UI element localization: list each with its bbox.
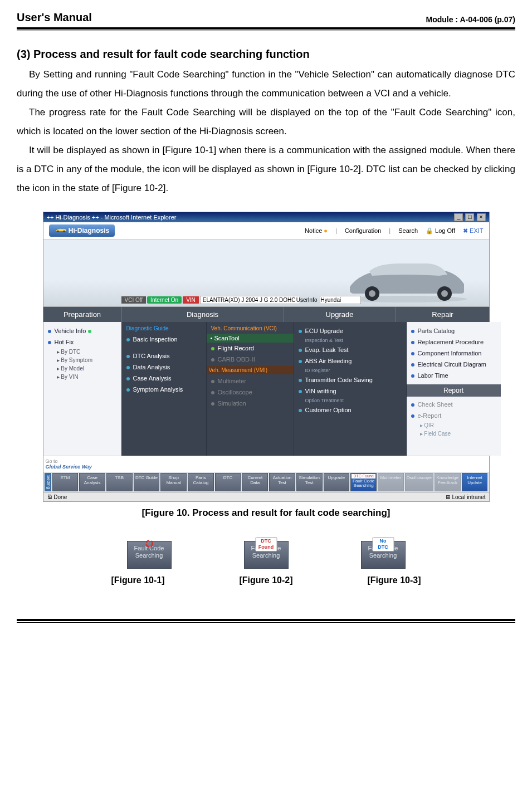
svg-point-0 bbox=[57, 231, 58, 232]
userinfo-input[interactable] bbox=[320, 296, 361, 304]
spinner-icon bbox=[145, 539, 154, 548]
goto-bar: Go to Global Service Way bbox=[43, 456, 489, 472]
window-buttons[interactable]: _ □ × bbox=[453, 213, 485, 221]
svg-point-6 bbox=[441, 290, 448, 297]
item-scantool[interactable]: • ScanTool bbox=[207, 334, 294, 343]
btn-current-data[interactable]: Current Data bbox=[242, 473, 268, 491]
item-case-analysis[interactable]: Case Analysis bbox=[126, 373, 202, 384]
item-dtc-analysis[interactable]: DTC Analysis bbox=[126, 350, 202, 362]
item-symptom-analysis[interactable]: Symptom Analysis bbox=[126, 384, 202, 395]
item-carb-obd[interactable]: CARB OBD-II bbox=[211, 354, 289, 365]
vin-value[interactable]: ELANTRA(XD) J 2004 J G 2.0 DOHC bbox=[200, 296, 300, 304]
no-dtc-badge-icon: No DTC bbox=[372, 537, 394, 551]
exit-link[interactable]: ✖ EXIT bbox=[463, 227, 484, 235]
item-replacement-procedure[interactable]: Replacement Procedure bbox=[411, 336, 496, 348]
goto-label: Go to bbox=[46, 458, 58, 464]
app-logo: Hi-Diagnosis bbox=[49, 224, 115, 237]
item-qir[interactable]: ▸ QIR bbox=[411, 421, 496, 429]
btn-etm[interactable]: ETM bbox=[52, 473, 79, 491]
btn-upgrade[interactable]: Upgrade bbox=[324, 473, 350, 491]
col-repair: Parts Catalog Replacement Procedure Comp… bbox=[407, 322, 501, 456]
app-topbar: Hi-Diagnosis Notice ● | Configuration | … bbox=[43, 222, 489, 240]
logo-text: Hi-Diagnosis bbox=[69, 227, 109, 235]
notice-link[interactable]: Notice ● bbox=[305, 227, 328, 234]
dtc-found-badge-icon: DTC Found bbox=[255, 537, 277, 551]
search-link[interactable]: Search bbox=[398, 227, 418, 234]
figure-10-caption: [Figure 10. Process and result for fault… bbox=[17, 507, 515, 519]
head-report: Report bbox=[407, 384, 501, 397]
item-vehicle-info[interactable]: Vehicle Info bbox=[48, 325, 117, 336]
item-parts-catalog[interactable]: Parts Catalog bbox=[411, 325, 496, 336]
item-electrical-diagram[interactable]: Electrical Circuit Diagram bbox=[411, 359, 496, 370]
item-check-sheet[interactable]: Check Sheet bbox=[411, 399, 496, 410]
status-right: 🖥 Local intranet bbox=[445, 494, 486, 500]
setting-tab[interactable]: Setting bbox=[45, 473, 51, 491]
footer-rule bbox=[17, 619, 515, 623]
btn-actuation-test[interactable]: Actuation Test bbox=[269, 473, 295, 491]
icon-row: Fault Code Searching DTC Found Fault Cod… bbox=[17, 541, 515, 569]
hotfix-by-vin[interactable]: ▸ By VIN bbox=[48, 373, 117, 381]
page-header-module: Module : A-04-006 (p.07) bbox=[426, 15, 515, 24]
app-screenshot: ++ Hi-Diagnosis ++ - Microsoft Internet … bbox=[43, 212, 490, 502]
status-left: 🖻 Done bbox=[47, 494, 67, 500]
head-vci: Veh. Communication (VCI) bbox=[211, 325, 289, 334]
item-flight-record[interactable]: Flight Record bbox=[211, 343, 289, 354]
item-simulation[interactable]: Simulation bbox=[211, 398, 289, 409]
item-transmitter-code[interactable]: Transmitter Code Saving bbox=[299, 374, 402, 385]
category-row: Preparation Diagnosis Upgrade Repair bbox=[43, 307, 489, 322]
item-field-case[interactable]: ▸ Field Case bbox=[411, 429, 496, 438]
btn-oscilloscope[interactable]: Oscilloscope bbox=[405, 473, 433, 491]
paragraph-3: It will be displayed as shown in [Figure… bbox=[17, 141, 515, 198]
item-e-report[interactable]: e-Report bbox=[411, 410, 496, 421]
section-heading: (3) Process and result for fault code se… bbox=[17, 48, 515, 61]
item-multimeter[interactable]: Multimeter bbox=[211, 375, 289, 387]
configuration-link[interactable]: Configuration bbox=[345, 227, 381, 234]
hotfix-by-model[interactable]: ▸ By Model bbox=[48, 364, 117, 373]
cat-repair[interactable]: Repair bbox=[396, 307, 490, 322]
item-ecu-upgrade[interactable]: ECU Upgrade bbox=[299, 325, 402, 336]
maximize-icon[interactable]: □ bbox=[465, 213, 474, 221]
item-data-analysis[interactable]: Data Analysis bbox=[126, 362, 202, 373]
btn-simulation-test[interactable]: Simulation Test bbox=[296, 473, 323, 491]
btn-parts-catalog[interactable]: Parts Catalog bbox=[188, 473, 214, 491]
svg-point-4 bbox=[369, 290, 375, 297]
item-customer-option[interactable]: Customer Option bbox=[299, 404, 402, 416]
item-oscilloscope[interactable]: Oscilloscope bbox=[211, 387, 289, 398]
vin-bar: VCI Off Internet On VIN ELANTRA(XD) J 20… bbox=[121, 296, 300, 304]
logoff-link[interactable]: 🔒 Log Off bbox=[426, 227, 455, 235]
btn-dtc[interactable]: DTC bbox=[215, 473, 241, 491]
item-component-info[interactable]: Component Information bbox=[411, 348, 496, 359]
btn-multimeter[interactable]: Multimeter bbox=[378, 473, 404, 491]
body-text: By Setting and running "Fault Code Searc… bbox=[17, 65, 515, 198]
item-labor-time[interactable]: Labor Time bbox=[411, 370, 496, 381]
btn-dtc-guide[interactable]: DTC Guide bbox=[134, 473, 160, 491]
item-hot-fix[interactable]: Hot Fix bbox=[48, 336, 117, 348]
close-icon[interactable]: × bbox=[477, 213, 486, 221]
btn-internet-update[interactable]: Internet Update bbox=[462, 473, 488, 491]
item-vin-writing[interactable]: VIN writting bbox=[299, 385, 402, 397]
btn-case-analysis[interactable]: Case Analysis bbox=[79, 473, 105, 491]
item-evap-leak[interactable]: Evap. Leak Test bbox=[299, 344, 402, 355]
minimize-icon[interactable]: _ bbox=[454, 213, 463, 221]
col-preparation: Vehicle Info Hot Fix ▸ By DTC ▸ By Sympt… bbox=[43, 322, 122, 456]
hotfix-by-symptom[interactable]: ▸ By Symptom bbox=[48, 356, 117, 364]
col-upgrade: ECU Upgrade Inspection & Test Evap. Leak… bbox=[294, 322, 407, 456]
btn-knowledge-feedback[interactable]: Knowledge Feedback bbox=[435, 473, 461, 491]
item-abs-bleeding[interactable]: ABS Air Bleeding bbox=[299, 355, 402, 367]
gsw-link[interactable]: Global Service Way bbox=[46, 464, 92, 470]
btn-shop-manual[interactable]: Shop Manual bbox=[160, 473, 187, 491]
window-title: ++ Hi-Diagnosis ++ - Microsoft Internet … bbox=[47, 214, 177, 221]
hotfix-by-dtc[interactable]: ▸ By DTC bbox=[48, 348, 117, 356]
header-rule bbox=[17, 27, 515, 31]
cat-upgrade[interactable]: Upgrade bbox=[284, 307, 396, 322]
item-basic-inspection[interactable]: Basic Inspection bbox=[126, 334, 202, 345]
btn-tsb[interactable]: TSB bbox=[106, 473, 133, 491]
cat-diagnosis[interactable]: Diagnosis bbox=[122, 307, 284, 322]
cat-preparation[interactable]: Preparation bbox=[43, 307, 122, 322]
sub-inspection-test: Inspection & Test bbox=[299, 336, 402, 344]
btn-fault-code-searching[interactable]: DTC Found Fault Code Searching bbox=[350, 473, 377, 491]
svg-point-7 bbox=[146, 541, 152, 547]
userinfo-label: UserInfo bbox=[296, 297, 318, 303]
col-diagnostic-guide: Diagnostic Guide Basic Inspection DTC An… bbox=[122, 322, 207, 456]
window-titlebar: ++ Hi-Diagnosis ++ - Microsoft Internet … bbox=[43, 212, 489, 222]
